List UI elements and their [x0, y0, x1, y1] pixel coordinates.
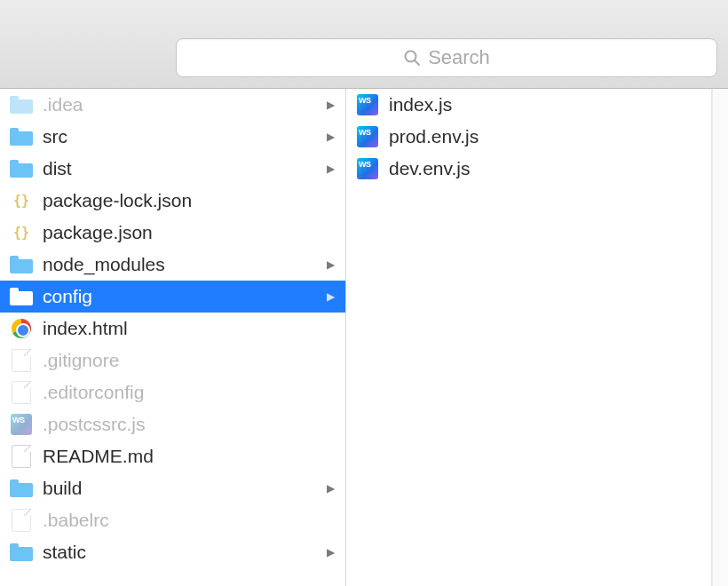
list-item-label: build — [43, 478, 315, 499]
chevron-right-icon: ▶ — [324, 290, 336, 303]
json-icon: {} — [9, 220, 34, 245]
list-item[interactable]: prod.env.js — [346, 121, 711, 153]
list-item-label: package.json — [43, 222, 315, 243]
folder-icon — [9, 540, 34, 565]
list-item-label: config — [43, 286, 315, 307]
list-item-label: .editorconfig — [43, 382, 315, 403]
list-item[interactable]: .gitignore — [0, 344, 345, 376]
search-icon — [403, 49, 421, 67]
list-item-label: prod.env.js — [389, 126, 702, 147]
chevron-right-icon: ▶ — [324, 99, 336, 111]
list-item[interactable]: index.html — [0, 313, 345, 344]
file-icon — [9, 444, 34, 469]
chevron-right-icon: ▶ — [324, 482, 336, 495]
list-item-label: static — [43, 542, 315, 563]
chevron-right-icon: ▶ — [324, 131, 336, 143]
list-item[interactable]: {}package.json — [0, 217, 345, 249]
webstorm-icon — [355, 92, 380, 117]
folder-icon — [9, 156, 34, 181]
list-item-label: dev.env.js — [389, 158, 702, 179]
svg-line-1 — [415, 60, 419, 65]
list-item-label: package-lock.json — [43, 190, 315, 211]
chevron-right-icon: ▶ — [324, 258, 336, 271]
list-item-label: README.md — [43, 446, 315, 467]
chevron-right-icon: ▶ — [324, 162, 336, 175]
json-icon: {} — [9, 188, 34, 213]
file-icon — [9, 508, 34, 533]
list-item-label: index.html — [43, 318, 315, 339]
folder-icon — [9, 92, 34, 117]
folder-icon — [9, 284, 34, 309]
chrome-icon — [9, 316, 34, 341]
list-item[interactable]: README.md — [0, 440, 345, 472]
file-icon — [9, 380, 34, 405]
column-view: .idea▶src▶dist▶{}package-lock.json{}pack… — [0, 89, 728, 586]
list-item[interactable]: src▶ — [0, 121, 345, 153]
webstorm-icon — [355, 156, 380, 181]
scrollbar-gutter[interactable] — [712, 89, 728, 586]
left-column[interactable]: .idea▶src▶dist▶{}package-lock.json{}pack… — [0, 89, 346, 586]
file-icon — [9, 348, 34, 373]
folder-icon — [9, 124, 34, 149]
folder-icon — [9, 252, 34, 277]
list-item-label: .gitignore — [43, 350, 315, 371]
list-item[interactable]: build▶ — [0, 472, 345, 504]
list-item[interactable]: dist▶ — [0, 153, 345, 185]
list-item[interactable]: node_modules▶ — [0, 249, 345, 281]
right-column[interactable]: index.jsprod.env.jsdev.env.js — [346, 89, 712, 586]
list-item-label: src — [43, 126, 315, 147]
list-item[interactable]: static▶ — [0, 536, 345, 568]
search-placeholder: Search — [428, 46, 490, 69]
list-item[interactable]: .idea▶ — [0, 89, 345, 121]
list-item[interactable]: .babelrc — [0, 504, 345, 536]
list-item-label: index.js — [389, 94, 702, 115]
list-item[interactable]: dev.env.js — [346, 153, 711, 185]
list-item[interactable]: .postcssrc.js — [0, 408, 345, 440]
list-item[interactable]: config▶ — [0, 281, 345, 313]
list-item[interactable]: {}package-lock.json — [0, 185, 345, 217]
webstorm-icon — [355, 124, 380, 149]
toolbar: Search — [0, 0, 728, 89]
list-item-label: .idea — [43, 94, 315, 115]
list-item-label: node_modules — [43, 254, 315, 275]
list-item-label: .postcssrc.js — [43, 414, 315, 435]
list-item[interactable]: .editorconfig — [0, 376, 345, 408]
webstorm-icon — [9, 412, 34, 437]
list-item-label: dist — [43, 158, 315, 179]
list-item-label: .babelrc — [43, 510, 315, 531]
search-field[interactable]: Search — [176, 38, 717, 77]
chevron-right-icon: ▶ — [324, 546, 336, 558]
list-item[interactable]: index.js — [346, 89, 711, 121]
folder-icon — [9, 476, 34, 501]
